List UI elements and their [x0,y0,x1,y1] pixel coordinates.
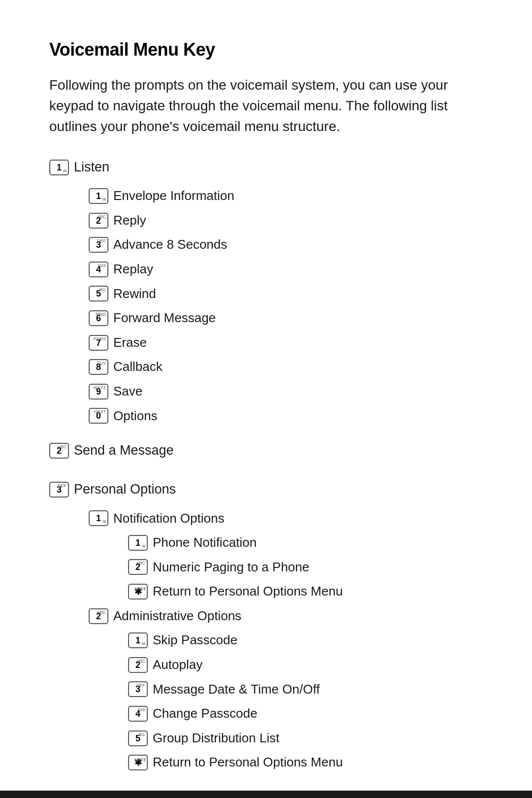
menu-item: 2 ABC Send a Message [49,440,483,461]
menu-item: ✱ SHFT Return to Personal Options Menu [49,581,483,602]
key-badge: 3 DEF [49,482,69,498]
key-badge: 2 ABC [128,559,148,575]
key-badge: 1 ✉ [89,188,108,204]
item-label: Phone Notification [153,532,257,553]
key-badge: 8 TUV [89,359,108,375]
item-label: Numeric Paging to a Phone [153,557,309,578]
menu-item: 3 DEF Personal Options [49,479,483,500]
item-label: Erase [113,332,147,353]
item-label: Options [113,406,158,427]
item-label: Callback [113,357,163,377]
menu-item: 2 ABC Administrative Options [49,606,483,627]
item-label: Message Date & Time On/Off [153,679,320,700]
item-label: Envelope Information [113,186,234,206]
item-label: Listen [74,157,109,178]
item-label: Replay [113,259,153,280]
menu-item: 2 ABC Numeric Paging to a Phone [49,557,483,578]
menu-item: 3 DEF Message Date & Time On/Off [49,679,483,700]
menu-item: 1 ✉ Envelope Information [49,186,483,206]
key-badge: 4 GHI [128,706,148,722]
item-label: Return to Personal Options Menu [153,581,343,602]
key-badge: 5 JKL [128,731,148,746]
menu-item: 2 ABC Autoplay [49,655,483,675]
item-label: Group Distribution List [153,728,279,749]
key-badge: 7 PQRS [89,335,108,351]
spacer [49,430,483,440]
menu-item: 5 JKL Rewind [49,284,483,304]
key-badge: 9 WXYZ [89,384,108,399]
menu-item: 1 ✉ Listen [49,157,483,178]
item-label: Send a Message [74,440,174,461]
item-label: Forward Message [113,308,216,329]
menu-item: 8 TUV Callback [49,357,483,377]
key-badge: 2 ABC [49,443,69,459]
spacer [49,777,483,787]
menu-item: ✱ SHFT Return to Personal Options Menu [49,752,483,773]
key-badge: 2 ABC [89,608,108,624]
key-badge: 3 DEF [89,237,108,253]
key-badge-star: ✱ SHFT [128,584,148,599]
item-label: Rewind [113,284,156,304]
item-label: Administrative Options [113,606,241,627]
menu-item: 1 ✉ Skip Passcode [49,630,483,651]
menu-list: 1 ✉ Listen 1 ✉ Envelope Information 2 AB… [49,157,483,787]
intro-paragraph: Following the prompts on the voicemail s… [49,75,483,137]
menu-item: 1 ✉ Phone Notification [49,532,483,553]
menu-item: 2 ABC Reply [49,210,483,231]
key-badge: 0 NEXT [89,408,108,424]
item-label: Reply [113,210,146,231]
key-badge: 5 JKL [89,286,108,301]
page-container: Voicemail Menu Key Following the prompts… [0,0,532,798]
menu-item: 9 WXYZ Save [49,381,483,402]
item-label: Return to Personal Options Menu [153,752,343,773]
menu-item: 7 PQRS Erase [49,332,483,353]
item-label: Notification Options [113,508,224,529]
footer-bar: 118 Section 3A: Sprint Service Features … [0,791,532,798]
item-label: Save [113,381,142,402]
key-badge-star: ✱ SHFT [128,755,148,770]
key-badge: 3 DEF [128,681,148,697]
menu-item: 6 MNO Forward Message [49,308,483,329]
menu-item: 1 ✉ Notification Options [49,508,483,529]
key-badge: 2 ABC [89,213,108,229]
item-label: Change Passcode [153,703,257,724]
key-badge: 1 ✉ [128,535,148,551]
menu-item: 3 DEF Advance 8 Seconds [49,234,483,255]
key-badge: 2 ABC [128,657,148,673]
item-label: Personal Options [74,479,176,500]
spacer [49,469,483,479]
key-badge: 1 ✉ [49,160,69,175]
key-badge: 1 ✉ [89,510,108,526]
key-badge: 4 GHI [89,262,108,277]
menu-item: 0 NEXT Options [49,406,483,427]
item-label: Autoplay [153,655,202,675]
item-label: Advance 8 Seconds [113,234,227,255]
menu-item: 4 GHI Replay [49,259,483,280]
page-title: Voicemail Menu Key [49,39,483,60]
item-label: Skip Passcode [153,630,237,651]
key-badge: 6 MNO [89,310,108,326]
key-badge: 1 ✉ [128,632,148,648]
menu-item: 4 GHI Change Passcode [49,703,483,724]
menu-item: 5 JKL Group Distribution List [49,728,483,749]
